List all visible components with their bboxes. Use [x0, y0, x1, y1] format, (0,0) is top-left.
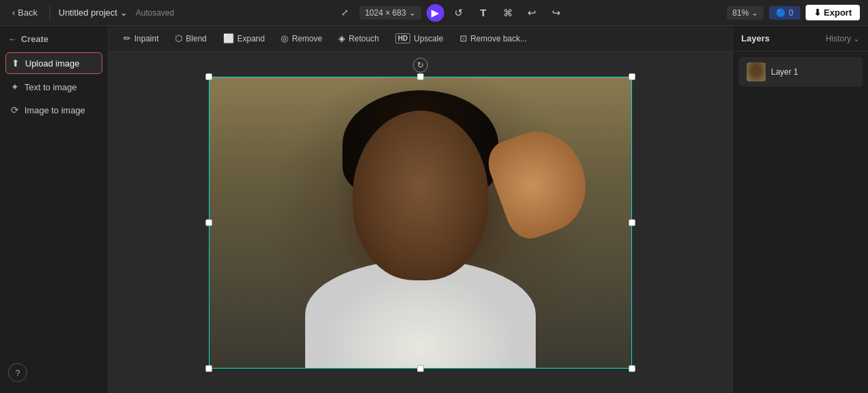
retouch-label: Retouch [349, 34, 379, 43]
handle-top-left[interactable] [205, 73, 212, 80]
redo-button[interactable]: ↪ [547, 3, 566, 22]
question-icon: ? [15, 368, 20, 378]
layers-title: Layers [741, 33, 770, 43]
expand-icon: ⬜ [223, 33, 234, 43]
link-tool-button[interactable]: ⌘ [498, 3, 517, 22]
blend-icon: ⬡ [175, 33, 182, 43]
back-label: Back [18, 7, 37, 18]
autosaved-status: Autosaved [136, 8, 174, 18]
inpaint-label: Inpaint [134, 34, 159, 43]
resize-icon-btn[interactable]: ⤢ [335, 3, 354, 22]
remove-label: Remove [292, 34, 322, 43]
notif-icon: 🔵 [776, 8, 786, 18]
layer-item[interactable]: Layer 1 [738, 57, 863, 87]
notifications-button[interactable]: 🔵 0 [769, 6, 800, 20]
remove-button[interactable]: ◎ Remove [274, 31, 329, 46]
sidebar-item-text-to-image[interactable]: ✦ Text to image [5, 77, 102, 97]
history-tab[interactable]: History ⌄ [826, 34, 860, 43]
inpaint-button[interactable]: ✏ Inpaint [117, 31, 165, 46]
handle-bottom-left[interactable] [205, 365, 212, 372]
image-to-image-icon: ⟳ [11, 105, 19, 115]
history-chevron: ⌄ [853, 34, 860, 43]
layer-thumb-inner [747, 62, 766, 81]
main-area: ← Create ⬆ Upload image ✦ Text to image … [0, 26, 868, 393]
face-layer [353, 111, 488, 280]
expand-button[interactable]: ⬜ Expand [216, 31, 272, 46]
rotate-handle[interactable]: ↻ [413, 58, 428, 73]
handle-top-right[interactable] [629, 73, 635, 80]
sidebar-title: Create [21, 34, 48, 44]
upscale-label: Upscale [414, 34, 443, 43]
text-to-image-icon: ✦ [11, 81, 19, 92]
resolution-chevron: ⌄ [409, 8, 416, 18]
history-label: History [826, 34, 851, 43]
layer-name: Layer 1 [771, 67, 798, 77]
canvas[interactable]: ↻ [108, 52, 732, 393]
inpaint-icon: ✏ [123, 33, 131, 43]
topbar-right: 81% ⌄ 🔵 0 ⬇ Export [727, 5, 860, 20]
topbar-center: ⤢ 1024 × 683 ⌄ ▶ ↺ T ⌘ ↩ ↪ [182, 3, 719, 22]
project-name[interactable]: Untitled project ⌄ [58, 7, 127, 18]
panel-header: Layers History ⌄ [733, 26, 868, 52]
zoom-control[interactable]: 81% ⌄ [727, 6, 764, 20]
sidebar-bottom: ? [5, 358, 102, 388]
handle-mid-left[interactable] [205, 219, 212, 226]
blend-button[interactable]: ⬡ Blend [168, 31, 214, 46]
resolution-text: 1024 × 683 [365, 8, 406, 18]
back-icon: ‹ [12, 7, 15, 18]
export-button[interactable]: ⬇ Export [806, 5, 860, 20]
resolution-selector[interactable]: 1024 × 683 ⌄ [359, 6, 420, 20]
text-tool-button[interactable]: T [474, 3, 493, 22]
handle-bottom-mid[interactable] [417, 365, 424, 372]
upscale-button[interactable]: HD Upscale [389, 31, 450, 46]
export-label: Export [824, 7, 852, 18]
upload-image-label: Upload image [25, 58, 79, 69]
handle-mid-right[interactable] [629, 219, 635, 226]
left-sidebar: ← Create ⬆ Upload image ✦ Text to image … [0, 26, 108, 393]
image-to-image-label: Image to image [24, 105, 85, 115]
chevron-down-icon: ⌄ [120, 7, 127, 18]
canvas-image[interactable] [209, 77, 632, 369]
play-button[interactable]: ▶ [427, 4, 444, 22]
project-name-text: Untitled project [58, 7, 117, 18]
canvas-image-container[interactable]: ↻ [209, 77, 632, 369]
upscale-icon: HD [395, 33, 410, 43]
layer-thumbnail [747, 62, 766, 81]
notif-count: 0 [789, 8, 793, 18]
topbar-divider [50, 6, 50, 20]
retouch-button[interactable]: ◈ Retouch [332, 31, 386, 46]
remove-back-icon: ⊡ [460, 33, 467, 43]
back-button[interactable]: ‹ Back [8, 5, 41, 20]
help-button[interactable]: ? [8, 363, 27, 382]
create-back-icon: ← [8, 34, 17, 44]
export-icon: ⬇ [814, 7, 821, 18]
upload-image-icon: ⬆ [12, 58, 20, 69]
expand-label: Expand [237, 34, 265, 43]
hand-layer [481, 119, 599, 244]
edit-toolbar: ✏ Inpaint ⬡ Blend ⬜ Expand ◎ Remove ◈ Re… [108, 26, 732, 52]
rotate-left-button[interactable]: ↺ [450, 3, 469, 22]
blend-label: Blend [186, 34, 207, 43]
zoom-chevron: ⌄ [751, 8, 758, 18]
canvas-area: ✏ Inpaint ⬡ Blend ⬜ Expand ◎ Remove ◈ Re… [108, 26, 732, 393]
sidebar-item-upload-image[interactable]: ⬆ Upload image [5, 52, 102, 74]
remove-back-button[interactable]: ⊡ Remove back... [453, 31, 534, 46]
handle-bottom-right[interactable] [629, 365, 635, 372]
handle-top-mid[interactable] [417, 73, 424, 80]
retouch-icon: ◈ [338, 33, 345, 43]
remove-back-label: Remove back... [471, 34, 527, 43]
sidebar-header: ← Create [5, 31, 102, 50]
zoom-value: 81% [732, 8, 749, 18]
topbar: ‹ Back Untitled project ⌄ Autosaved ⤢ 10… [0, 0, 868, 26]
remove-icon: ◎ [281, 33, 288, 43]
sidebar-item-image-to-image[interactable]: ⟳ Image to image [5, 100, 102, 120]
right-panel: Layers History ⌄ Layer 1 [732, 26, 868, 393]
undo-button[interactable]: ↩ [523, 3, 542, 22]
text-to-image-label: Text to image [24, 82, 77, 92]
